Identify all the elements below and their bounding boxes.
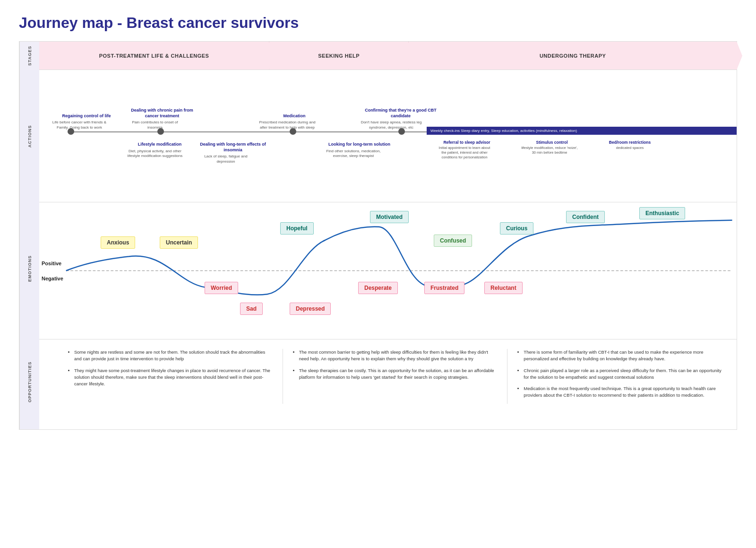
actions-row: Weekly check-ins Sleep diary entry, Slee… bbox=[39, 70, 737, 202]
label-opportunities: OPPORTUNITIES bbox=[19, 335, 39, 429]
emotion-anxious: Anxious bbox=[101, 236, 135, 249]
content-column: POST-TREATMENT LIFE & CHALLENGES SEEKING… bbox=[39, 42, 737, 429]
emotion-frustrated: Frustrated bbox=[424, 282, 464, 294]
emotion-motivated: Motivated bbox=[370, 211, 409, 223]
label-actions: ACTIONS bbox=[19, 70, 39, 202]
stage-seeking-help: SEEKING HELP bbox=[269, 42, 409, 70]
stage-post-treatment: POST-TREATMENT LIFE & CHALLENGES bbox=[39, 42, 269, 70]
sub-action-3: Bed/room restrictions dedicated spaces bbox=[601, 140, 658, 150]
emotion-curious: Curious bbox=[500, 222, 533, 235]
emotion-confident: Confident bbox=[566, 211, 605, 223]
opp-3-item-2: Chronic pain played a larger role as a p… bbox=[524, 367, 722, 381]
label-stages: STAGES bbox=[19, 42, 39, 70]
journey-map: STAGES ACTIONS EMOTIONS OPPORTUNITIES PO… bbox=[19, 41, 737, 430]
emotion-hopeful: Hopeful bbox=[280, 222, 314, 235]
emotion-uncertain: Uncertain bbox=[160, 236, 198, 249]
label-emotions: EMOTIONS bbox=[19, 202, 39, 335]
action-item-3: Medication Prescribed medication during … bbox=[257, 113, 332, 130]
cbt-box: Weekly check-ins Sleep diary entry, Slee… bbox=[427, 127, 737, 135]
emotion-worried: Worried bbox=[205, 282, 238, 294]
emotion-enthusiastic: Enthusiastic bbox=[639, 207, 685, 219]
stages-row: POST-TREATMENT LIFE & CHALLENGES SEEKING… bbox=[39, 42, 737, 70]
page-title: Journey map - Breast cancer survivors bbox=[19, 14, 737, 32]
emotion-reluctant: Reluctant bbox=[484, 282, 523, 294]
emotion-desperate: Desperate bbox=[358, 282, 398, 294]
opp-1-item-2: They might have some post-treatment life… bbox=[74, 367, 273, 388]
sub-action-1: Referral to sleep advisor Initial appoin… bbox=[436, 140, 498, 159]
positive-label: Positive bbox=[42, 261, 63, 266]
action-item-5: Lifestyle modification Diet, physical ac… bbox=[124, 142, 195, 158]
labels-column: STAGES ACTIONS EMOTIONS OPPORTUNITIES bbox=[19, 42, 39, 429]
emotion-depressed: Depressed bbox=[290, 303, 331, 315]
opportunities-col-2: The most common barrier to getting help … bbox=[292, 349, 507, 404]
opp-2-item-2: The sleep therapies can be costly. This … bbox=[299, 367, 498, 381]
emotions-row: Positive Negative Anxious Uncert bbox=[39, 202, 737, 339]
action-item-7: Looking for long-term solution Find othe… bbox=[323, 142, 396, 158]
opp-3-item-3: Medication is the most frequently used t… bbox=[524, 385, 722, 399]
emotions-labels: Positive Negative bbox=[42, 261, 63, 281]
action-item-2: Dealing with chronic pain from cancer tr… bbox=[124, 108, 200, 130]
opp-2-item-1: The most common barrier to getting help … bbox=[299, 349, 498, 363]
action-item-6: Dealing with long-term effects of insomn… bbox=[195, 142, 271, 164]
opp-3-item-1: There is some form of familiarity with C… bbox=[524, 349, 722, 363]
page-container: Journey map - Breast cancer survivors ST… bbox=[0, 0, 756, 439]
opp-divider-2 bbox=[507, 349, 507, 404]
stage-undergoing-therapy: UNDERGOING THERAPY bbox=[409, 42, 737, 70]
opportunities-row: Some nights are restless and some are no… bbox=[39, 339, 737, 413]
sub-action-2: Stimulus control lifestyle modification,… bbox=[521, 140, 583, 155]
opportunities-col-1: Some nights are restless and some are no… bbox=[68, 349, 283, 404]
emotion-confused: Confused bbox=[434, 235, 472, 247]
opportunities-col-3: There is some form of familiarity with C… bbox=[517, 349, 732, 404]
opp-divider-1 bbox=[283, 349, 283, 404]
action-item-1: Regaining control of life Life before ca… bbox=[49, 113, 124, 130]
negative-label: Negative bbox=[42, 276, 63, 281]
emotion-sad: Sad bbox=[240, 303, 263, 315]
opp-1-item-1: Some nights are restless and some are no… bbox=[74, 349, 273, 363]
